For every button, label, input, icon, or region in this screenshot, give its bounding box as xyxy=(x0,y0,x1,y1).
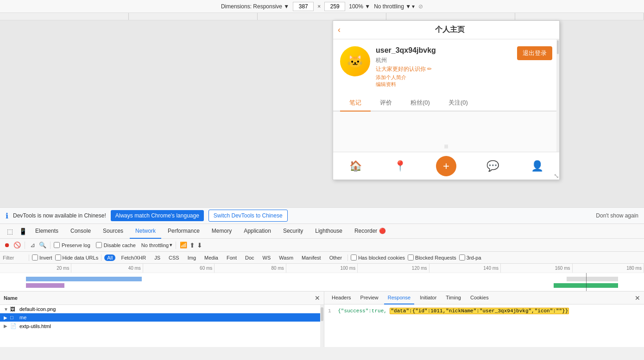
tab-network[interactable]: Network xyxy=(130,224,161,239)
toolbar-separator2 xyxy=(50,242,51,249)
waterfall-bar-end xyxy=(567,277,618,281)
blocked-requests-checkbox[interactable]: Blocked Requests xyxy=(408,254,456,261)
files-panel: Name ✕ ▼ 🖼 default-icon.png ▶ □ me xyxy=(0,292,324,347)
devtools-device-icon[interactable]: 📱 xyxy=(17,225,29,237)
devtools-select-icon[interactable]: ⬚ xyxy=(4,225,16,237)
panels-area: Name ✕ ▼ 🖼 default-icon.png ▶ □ me xyxy=(0,292,644,347)
preserve-log-checkbox[interactable]: Preserve log xyxy=(54,242,90,248)
filter-type-manifest[interactable]: Manifest xyxy=(299,254,324,261)
phone-bottom-nav: 🏠 📍 + 💬 👤 xyxy=(333,152,559,180)
filter-type-img[interactable]: Img xyxy=(185,254,199,261)
throttle-select[interactable]: No throttling ▾ xyxy=(141,242,172,248)
download-button[interactable]: ⬇ xyxy=(197,242,202,249)
nav-home[interactable]: 🏠 xyxy=(333,160,378,172)
edit-profile-label[interactable]: 编辑资料 xyxy=(376,81,511,88)
dont-show-again-button[interactable]: Don't show again xyxy=(596,212,638,219)
phone-drag-handle: ≡ xyxy=(444,143,448,151)
tab-following[interactable]: 关注(0) xyxy=(439,95,477,112)
width-input[interactable] xyxy=(293,2,314,11)
tab-memory[interactable]: Memory xyxy=(206,224,237,239)
waterfall-bar xyxy=(26,277,142,281)
tab-headers[interactable]: Headers xyxy=(328,292,355,304)
nav-location[interactable]: 📍 xyxy=(378,160,422,172)
tab-initiator[interactable]: Initiator xyxy=(416,292,440,304)
add-bio-label[interactable]: 添加个人简介 xyxy=(376,74,511,81)
tab-preview[interactable]: Preview xyxy=(357,292,382,304)
has-blocked-cookies-checkbox[interactable]: Has blocked cookies xyxy=(351,254,405,261)
filter-type-media[interactable]: Media xyxy=(202,254,221,261)
filter-type-css[interactable]: CSS xyxy=(166,254,182,261)
nav-chat[interactable]: 💬 xyxy=(470,160,515,172)
tab-review[interactable]: 评价 xyxy=(371,95,401,112)
tab-response[interactable]: Response xyxy=(384,292,415,304)
nav-add-button[interactable]: + xyxy=(436,156,456,176)
throttle-dropdown-icon: ▾ xyxy=(412,3,415,10)
tab-application[interactable]: Application xyxy=(238,224,277,239)
throttle-button[interactable]: No throttling ▼ ▾ xyxy=(374,3,415,10)
height-input[interactable] xyxy=(324,2,345,11)
filter-type-wasm[interactable]: Wasm xyxy=(276,254,296,261)
close-files-panel-button[interactable]: ✕ xyxy=(315,294,320,302)
tab-notes[interactable]: 笔记 xyxy=(340,95,371,112)
ruler-section xyxy=(0,13,129,20)
response-panel: Headers Preview Response Initiator Timin… xyxy=(324,292,644,347)
file-row-default-icon[interactable]: ▼ 🖼 default-icon.png xyxy=(0,305,320,313)
file-name-label: me xyxy=(19,315,316,320)
username-label: user_3qx94jbvkg xyxy=(376,46,511,55)
clear-button[interactable]: 🚫 xyxy=(13,241,21,249)
file-row-extp-utils[interactable]: ▶ 📄 extp-utils.html xyxy=(0,322,320,330)
filter-type-ws[interactable]: WS xyxy=(260,254,274,261)
scroll-indicator[interactable] xyxy=(320,305,324,347)
third-party-label: 3rd-pa xyxy=(467,255,481,261)
upload-button[interactable]: ⬆ xyxy=(189,242,195,249)
switch-language-button[interactable]: Switch DevTools to Chinese xyxy=(208,210,288,222)
file-row-me[interactable]: ▶ □ me xyxy=(0,313,320,322)
search-icon[interactable]: 🔍 xyxy=(38,241,47,249)
filter-type-other[interactable]: Other xyxy=(327,254,345,261)
phone-scrollbar-thumb xyxy=(557,40,559,54)
wifi-icon[interactable]: 📶 xyxy=(179,241,188,249)
hide-data-urls-checkbox[interactable]: Hide data URLs xyxy=(55,254,99,261)
phone-scrollbar[interactable] xyxy=(556,39,559,152)
tab-recorder[interactable]: Recorder 🔴 xyxy=(349,224,391,239)
filter-type-font[interactable]: Font xyxy=(224,254,240,261)
invert-checkbox[interactable]: Invert xyxy=(32,254,52,261)
tab-security[interactable]: Security xyxy=(278,224,309,239)
tab-elements[interactable]: Elements xyxy=(30,224,64,239)
disable-cache-checkbox[interactable]: Disable cache xyxy=(96,242,136,248)
record-button[interactable]: ⏺ xyxy=(3,241,11,249)
filter-type-all[interactable]: All xyxy=(104,254,115,261)
ruler-section xyxy=(386,13,515,20)
resize-handle[interactable]: ⤡ xyxy=(554,172,559,180)
file-type-icon: 🖼 xyxy=(10,306,18,312)
toolbar-separator xyxy=(25,242,25,249)
zoom-button[interactable]: 100% ▼ xyxy=(349,3,370,10)
filter-input[interactable] xyxy=(3,255,26,261)
filter-type-xhr[interactable]: Fetch/XHR xyxy=(118,254,149,261)
tab-timing[interactable]: Timing xyxy=(442,292,465,304)
tab-cookies[interactable]: Cookies xyxy=(467,292,492,304)
expand-icon: ▶ xyxy=(4,323,10,329)
tab-performance[interactable]: Performance xyxy=(162,224,205,239)
close-response-panel-button[interactable]: ✕ xyxy=(635,294,640,302)
nav-profile[interactable]: 👤 xyxy=(515,160,559,172)
timeline-label-160: 160 ms xyxy=(501,264,572,273)
tab-fans[interactable]: 粉丝(0) xyxy=(401,95,439,112)
filter-separator3 xyxy=(347,254,348,261)
filter-bar: Invert Hide data URLs All Fetch/XHR JS C… xyxy=(0,252,644,264)
logout-button[interactable]: 退出登录 xyxy=(517,46,552,60)
devtools-panel-tabs: ⬚ 📱 Elements Console Sources Network Per… xyxy=(0,224,644,239)
filter-type-doc[interactable]: Doc xyxy=(242,254,257,261)
filter-icon[interactable]: ⊿ xyxy=(28,241,37,249)
back-arrow-icon[interactable]: ‹ xyxy=(338,25,341,35)
always-match-button[interactable]: Always match Chrome's language xyxy=(111,210,204,221)
filter-type-js[interactable]: JS xyxy=(152,254,163,261)
third-party-checkbox[interactable]: 3rd-pa xyxy=(459,254,481,261)
ruler-section xyxy=(515,13,644,20)
waterfall-bar xyxy=(26,283,64,288)
files-header: Name ✕ xyxy=(0,292,324,305)
tab-sources[interactable]: Sources xyxy=(97,224,129,239)
tab-lighthouse[interactable]: Lighthouse xyxy=(309,224,348,239)
tab-console[interactable]: Console xyxy=(65,224,96,239)
json-success-key: {"success":true, xyxy=(338,308,387,314)
